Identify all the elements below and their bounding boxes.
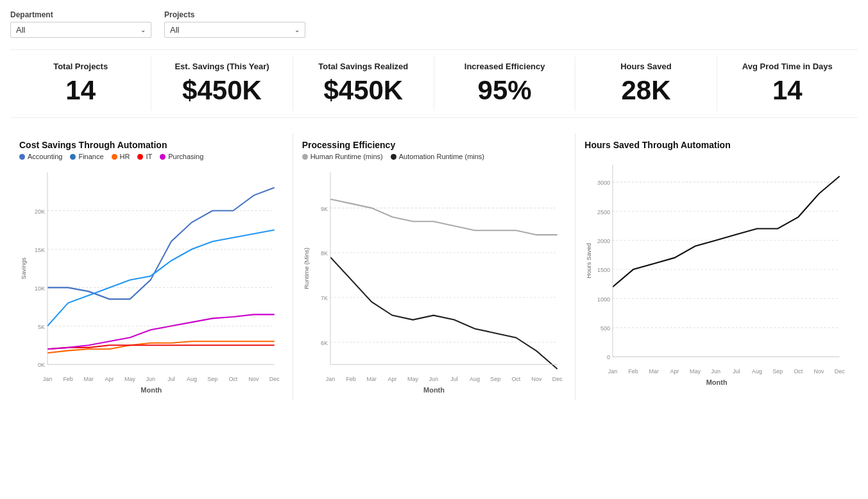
svg-text:20K: 20K: [35, 208, 46, 215]
hours-x-label: Month: [584, 378, 849, 386]
svg-text:Aug: Aug: [187, 376, 197, 382]
svg-text:Dec: Dec: [269, 376, 280, 382]
processing-x-label: Month: [302, 386, 566, 394]
svg-text:Jan: Jan: [608, 368, 617, 375]
kpi-row: Total Projects 14Est. Savings (This Year…: [10, 49, 858, 118]
kpi-value-est-savings: $450K: [159, 75, 284, 106]
processing-efficiency-panel: Processing Efficiency Human Runtime (min…: [293, 133, 576, 400]
projects-select[interactable]: All ⌄: [164, 22, 305, 38]
legend-dot: [19, 154, 25, 160]
svg-text:3000: 3000: [597, 180, 610, 186]
projects-label: Projects: [164, 10, 305, 19]
processing-svg: 6K7K8K9KRuntime (Mins)JanFebMarAprMayJun…: [302, 165, 566, 384]
department-chevron-icon: ⌄: [140, 26, 146, 33]
kpi-value-increased-efficiency: 95%: [442, 75, 567, 106]
svg-text:2500: 2500: [597, 208, 610, 215]
svg-text:Nov: Nov: [814, 368, 824, 375]
kpi-label-avg-prod-time: Avg Prod Time in Days: [725, 62, 850, 71]
kpi-est-savings: Est. Savings (This Year) $450K: [151, 56, 293, 111]
department-select[interactable]: All ⌄: [10, 22, 151, 38]
legend-dot: [137, 154, 143, 160]
cost-savings-panel: Cost Savings Through Automation Accounti…: [10, 133, 293, 400]
svg-text:Feb: Feb: [629, 368, 638, 375]
svg-text:Mar: Mar: [84, 376, 94, 382]
kpi-total-projects: Total Projects 14: [10, 56, 151, 111]
legend-dot: [160, 154, 166, 160]
legend-label: Human Runtime (mins): [311, 153, 383, 160]
svg-text:1000: 1000: [597, 296, 610, 302]
legend-label: Automation Runtime (mins): [399, 153, 484, 160]
cost-savings-x-label: Month: [19, 386, 284, 394]
svg-text:Jun: Jun: [711, 368, 720, 375]
processing-legend: Human Runtime (mins) Automation Runtime …: [302, 153, 566, 160]
svg-text:5K: 5K: [38, 323, 46, 330]
legend-item-it: IT: [137, 153, 152, 160]
legend-dot: [302, 154, 308, 160]
svg-text:10K: 10K: [35, 285, 46, 291]
svg-text:8K: 8K: [321, 250, 328, 257]
hours-chart-area: 050010001500200025003000Hours SavedJanFe…: [584, 158, 849, 376]
svg-text:Jan: Jan: [325, 376, 334, 382]
svg-text:Sep: Sep: [207, 376, 217, 382]
cost-savings-title: Cost Savings Through Automation: [19, 140, 284, 150]
dashboard: Department All ⌄ Projects All ⌄ Total Pr…: [0, 0, 868, 499]
svg-text:Dec: Dec: [835, 368, 845, 375]
hours-svg: 050010001500200025003000Hours SavedJanFe…: [584, 158, 849, 376]
svg-text:Savings: Savings: [21, 257, 27, 279]
department-value: All: [16, 25, 25, 35]
kpi-label-hours-saved: Hours Saved: [583, 62, 708, 71]
svg-text:Mar: Mar: [649, 368, 659, 375]
legend-item-purchasing: Purchasing: [160, 153, 203, 160]
svg-text:Runtime (Mins): Runtime (Mins): [303, 248, 310, 289]
legend-item-human-runtime-(mins): Human Runtime (mins): [302, 153, 383, 160]
hours-saved-title: Hours Saved Through Automation: [584, 140, 849, 150]
filters-row: Department All ⌄ Projects All ⌄: [10, 10, 858, 38]
svg-text:Hours Saved: Hours Saved: [586, 243, 593, 278]
kpi-avg-prod-time: Avg Prod Time in Days 14: [717, 56, 858, 111]
kpi-label-total-savings: Total Savings Realized: [301, 62, 426, 71]
svg-text:Dec: Dec: [552, 376, 562, 382]
legend-item-automation-runtime-(mins): Automation Runtime (mins): [391, 153, 484, 160]
svg-text:0K: 0K: [38, 362, 46, 368]
legend-label: HR: [120, 153, 130, 160]
svg-text:15K: 15K: [35, 246, 46, 253]
svg-text:Jan: Jan: [43, 376, 52, 382]
department-label: Department: [10, 10, 151, 19]
legend-item-hr: HR: [112, 153, 130, 160]
cost-savings-chart-area: 0K5K10K15K20KSavingsJanFebMarAprMayJunJu…: [19, 165, 284, 384]
svg-text:Aug: Aug: [752, 368, 762, 375]
svg-text:Apr: Apr: [670, 368, 679, 375]
svg-text:Jun: Jun: [429, 376, 438, 382]
svg-text:May: May: [407, 376, 418, 382]
svg-text:May: May: [124, 376, 135, 382]
kpi-label-total-projects: Total Projects: [18, 62, 143, 71]
svg-text:Jul: Jul: [733, 368, 740, 375]
kpi-value-total-projects: 14: [18, 75, 143, 106]
cost-savings-svg: 0K5K10K15K20KSavingsJanFebMarAprMayJunJu…: [19, 165, 284, 384]
kpi-increased-efficiency: Increased Efficiency 95%: [434, 56, 575, 111]
hours-saved-panel: Hours Saved Through Automation 050010001…: [575, 133, 858, 400]
svg-text:Nov: Nov: [531, 376, 541, 382]
department-filter-group: Department All ⌄: [10, 10, 151, 38]
legend-label: Finance: [78, 153, 103, 160]
svg-text:9K: 9K: [321, 205, 328, 212]
svg-text:7K: 7K: [321, 295, 328, 301]
cost-savings-legend: Accounting Finance HR IT Purchasing: [19, 153, 284, 160]
svg-text:Jul: Jul: [450, 376, 457, 382]
svg-text:500: 500: [600, 325, 610, 332]
kpi-value-total-savings: $450K: [301, 75, 426, 106]
legend-label: Purchasing: [168, 153, 203, 160]
svg-text:Feb: Feb: [346, 376, 355, 382]
svg-text:Apr: Apr: [387, 376, 396, 382]
svg-text:Jul: Jul: [167, 376, 174, 382]
legend-label: IT: [146, 153, 152, 160]
svg-text:Apr: Apr: [105, 376, 114, 382]
svg-text:Mar: Mar: [366, 376, 376, 382]
legend-item-finance: Finance: [70, 153, 103, 160]
svg-text:Sep: Sep: [773, 368, 783, 375]
svg-text:Aug: Aug: [470, 376, 480, 382]
kpi-hours-saved: Hours Saved 28K: [575, 56, 717, 111]
svg-text:Jun: Jun: [146, 376, 155, 382]
svg-text:1500: 1500: [597, 267, 610, 273]
kpi-value-avg-prod-time: 14: [725, 75, 850, 106]
